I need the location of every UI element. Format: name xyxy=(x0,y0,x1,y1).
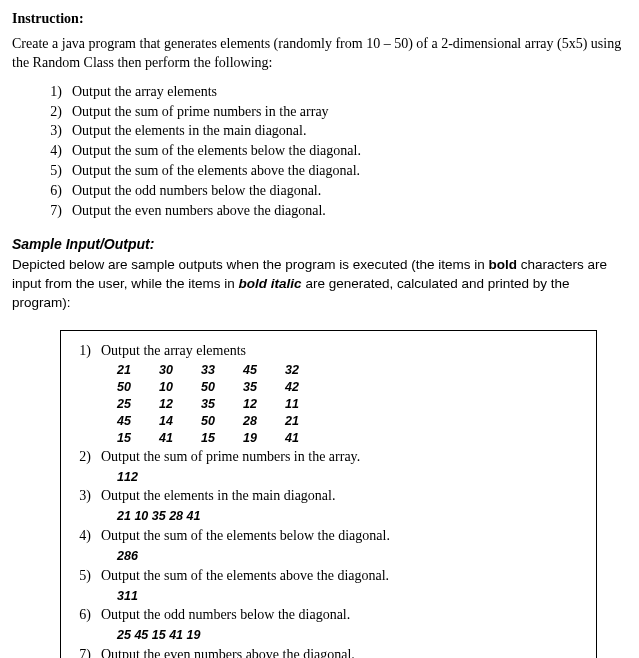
list-item: 4)Output the sum of the elements below t… xyxy=(46,142,627,161)
list-text: Output the odd numbers below the diagona… xyxy=(72,182,321,201)
instruction-intro: Create a java program that generates ele… xyxy=(12,35,627,73)
list-number: 5) xyxy=(46,162,62,181)
array-cell: 35 xyxy=(243,379,285,396)
array-cell: 41 xyxy=(285,430,327,447)
list-number: 6) xyxy=(46,182,62,201)
array-cell: 41 xyxy=(159,430,201,447)
array-row: 45 14 50 28 21 xyxy=(117,413,582,430)
output-number: 1) xyxy=(75,342,91,361)
output-label: Output the odd numbers below the diagona… xyxy=(101,606,350,625)
result-main-diagonal: 21 10 35 28 41 xyxy=(75,507,582,526)
output-item: 5) Output the sum of the elements above … xyxy=(75,567,582,586)
list-item: 5)Output the sum of the elements above t… xyxy=(46,162,627,181)
output-box: 1) Output the array elements 21 30 33 45… xyxy=(60,330,597,658)
list-item: 7)Output the even numbers above the diag… xyxy=(46,202,627,221)
output-number: 6) xyxy=(75,606,91,625)
output-item: 2) Output the sum of prime numbers in th… xyxy=(75,448,582,467)
array-row: 15 41 15 19 41 xyxy=(117,430,582,447)
output-label: Output the sum of the elements above the… xyxy=(101,567,389,586)
list-item: 1)Output the array elements xyxy=(46,83,627,102)
array-row: 21 30 33 45 32 xyxy=(117,362,582,379)
result-prime-sum: 112 xyxy=(75,468,582,487)
output-number: 2) xyxy=(75,448,91,467)
array-cell: 28 xyxy=(243,413,285,430)
list-number: 4) xyxy=(46,142,62,161)
array-cell: 30 xyxy=(159,362,201,379)
array-cell: 35 xyxy=(201,396,243,413)
output-number: 5) xyxy=(75,567,91,586)
array-cell: 15 xyxy=(201,430,243,447)
list-number: 1) xyxy=(46,83,62,102)
sample-io-description: Depicted below are sample outputs when t… xyxy=(12,256,627,313)
output-label: Output the sum of the elements below the… xyxy=(101,527,390,546)
list-text: Output the elements in the main diagonal… xyxy=(72,122,306,141)
output-item: 3) Output the elements in the main diago… xyxy=(75,487,582,506)
output-item: 6) Output the odd numbers below the diag… xyxy=(75,606,582,625)
sample-desc-bold: bold xyxy=(489,257,518,272)
list-number: 7) xyxy=(46,202,62,221)
array-cell: 14 xyxy=(159,413,201,430)
array-cell: 21 xyxy=(285,413,327,430)
array-cell: 21 xyxy=(117,362,159,379)
output-label: Output the even numbers above the diagon… xyxy=(101,646,355,658)
output-number: 4) xyxy=(75,527,91,546)
list-number: 3) xyxy=(46,122,62,141)
output-item: 4) Output the sum of the elements below … xyxy=(75,527,582,546)
array-cell: 45 xyxy=(243,362,285,379)
array-cell: 50 xyxy=(201,413,243,430)
array-cell: 32 xyxy=(285,362,327,379)
output-label: Output the array elements xyxy=(101,342,246,361)
array-cell: 10 xyxy=(159,379,201,396)
output-item: 1) Output the array elements xyxy=(75,342,582,361)
instruction-heading: Instruction: xyxy=(12,10,627,29)
list-text: Output the sum of the elements below the… xyxy=(72,142,361,161)
output-label: Output the sum of prime numbers in the a… xyxy=(101,448,360,467)
sample-desc-text: Depicted below are sample outputs when t… xyxy=(12,257,489,272)
array-cell: 25 xyxy=(117,396,159,413)
output-number: 3) xyxy=(75,487,91,506)
instruction-list: 1)Output the array elements 2)Output the… xyxy=(12,83,627,221)
array-row: 50 10 50 35 42 xyxy=(117,379,582,396)
array-row: 25 12 35 12 11 xyxy=(117,396,582,413)
list-item: 3)Output the elements in the main diagon… xyxy=(46,122,627,141)
sample-io-heading: Sample Input/Output: xyxy=(12,235,627,254)
array-cell: 50 xyxy=(117,379,159,396)
list-text: Output the sum of the elements above the… xyxy=(72,162,360,181)
array-cell: 12 xyxy=(159,396,201,413)
list-text: Output the even numbers above the diagon… xyxy=(72,202,326,221)
array-cell: 19 xyxy=(243,430,285,447)
result-above-sum: 311 xyxy=(75,587,582,606)
array-cell: 45 xyxy=(117,413,159,430)
array-cell: 33 xyxy=(201,362,243,379)
array-cell: 15 xyxy=(117,430,159,447)
list-text: Output the array elements xyxy=(72,83,217,102)
list-item: 2)Output the sum of prime numbers in the… xyxy=(46,103,627,122)
output-item: 7) Output the even numbers above the dia… xyxy=(75,646,582,658)
array-cell: 42 xyxy=(285,379,327,396)
array-output: 21 30 33 45 32 50 10 50 35 42 25 12 35 1… xyxy=(75,362,582,446)
sample-desc-bold-italic: bold italic xyxy=(239,276,302,291)
output-label: Output the elements in the main diagonal… xyxy=(101,487,335,506)
array-cell: 11 xyxy=(285,396,327,413)
list-item: 6)Output the odd numbers below the diago… xyxy=(46,182,627,201)
list-number: 2) xyxy=(46,103,62,122)
array-cell: 12 xyxy=(243,396,285,413)
result-below-sum: 286 xyxy=(75,547,582,566)
output-number: 7) xyxy=(75,646,91,658)
result-odd-below: 25 45 15 41 19 xyxy=(75,626,582,645)
array-cell: 50 xyxy=(201,379,243,396)
list-text: Output the sum of prime numbers in the a… xyxy=(72,103,329,122)
